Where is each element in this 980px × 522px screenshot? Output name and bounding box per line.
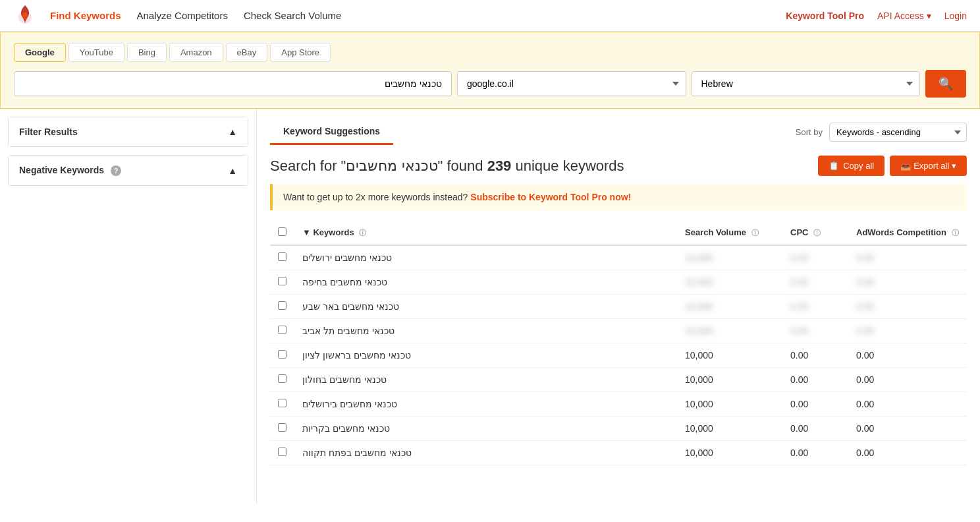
search-input[interactable] — [14, 71, 452, 96]
results-actions: 📋 Copy all 📤 Export all ▾ — [818, 156, 967, 176]
table-row: טכנאי מחשבים בחיפה 10,000 0.00 0.00 — [270, 270, 967, 295]
sort-label: Sort by — [796, 127, 823, 137]
row-checkbox-3[interactable] — [278, 326, 286, 334]
promo-link[interactable]: Subscribe to Keyword Tool Pro now! — [470, 192, 631, 202]
search-button[interactable]: 🔍 — [925, 70, 966, 98]
content-wrapper: ▼ Keywords ⓘ Search Volume ⓘ CPC ⓘ AdWor… — [270, 221, 967, 465]
logo[interactable] — [13, 3, 40, 29]
nav-check-search-volume[interactable]: Check Search Volume — [244, 10, 341, 21]
results-title: Search for "טכנאי מחשבים" found 239 uniq… — [270, 158, 624, 175]
row-checkbox-5[interactable] — [278, 374, 286, 383]
adwords-cell: 0.00 — [848, 319, 967, 343]
cpc-value: 0.00 — [790, 448, 808, 458]
keyword-text: טכנאי מחשבים ירושלים — [302, 252, 392, 263]
export-all-button[interactable]: 📤 Export all ▾ — [890, 156, 967, 176]
search-volume-value: 10,000 — [685, 399, 713, 409]
adwords-value: 0.00 — [856, 301, 874, 312]
row-checkbox-4[interactable] — [278, 350, 286, 359]
tab-ebay[interactable]: eBay — [226, 43, 268, 62]
row-checkbox-cell — [270, 319, 294, 343]
keyword-text: טכנאי מחשבים בחולון — [302, 374, 387, 385]
row-checkbox-6[interactable] — [278, 399, 286, 407]
results-count: 239 — [487, 158, 512, 174]
adwords-cell: 0.00 — [848, 343, 967, 368]
top-nav: Find Keywords Analyze Competitors Check … — [0, 0, 980, 32]
sort-row: Sort by Keywords - ascending Keywords - … — [796, 123, 967, 142]
adwords-value: 0.00 — [856, 374, 874, 385]
nav-find-keywords[interactable]: Find Keywords — [50, 10, 121, 21]
tab-keyword-suggestions[interactable]: Keyword Suggestions — [270, 119, 393, 145]
tab-google[interactable]: Google — [14, 43, 66, 62]
tab-youtube[interactable]: YouTube — [68, 43, 124, 62]
search-volume-cell: 10,000 — [677, 368, 782, 392]
adwords-value: 0.00 — [856, 448, 874, 458]
promo-banner: Want to get up to 2x more keywords inste… — [270, 184, 967, 210]
row-checkbox-cell — [270, 295, 294, 319]
adwords-cell: 0.00 — [848, 245, 967, 270]
keyword-text: טכנאי מחשבים בחיפה — [302, 277, 387, 287]
table-row: טכנאי מחשבים בירושלים 10,000 0.00 0.00 — [270, 392, 967, 417]
nav-api-access[interactable]: API Access ▾ — [877, 11, 931, 21]
content-tabs: Keyword Suggestions — [270, 119, 393, 145]
adwords-value: 0.00 — [856, 399, 874, 409]
cpc-value: 0.00 — [790, 374, 808, 385]
row-checkbox-0[interactable] — [278, 252, 286, 261]
nav-analyze-competitors[interactable]: Analyze Competitors — [137, 10, 228, 21]
adwords-cell: 0.00 — [848, 417, 967, 441]
row-checkbox-8[interactable] — [278, 448, 286, 456]
negative-keywords-header[interactable]: Negative Keywords ? ▲ — [9, 156, 248, 185]
row-checkbox-1[interactable] — [278, 277, 286, 285]
cpc-value: 0.00 — [790, 301, 808, 312]
negative-keywords-info-icon[interactable]: ? — [111, 165, 121, 176]
search-volume-cell: 10,000 — [677, 417, 782, 441]
adwords-info-icon[interactable]: ⓘ — [952, 229, 959, 237]
table-header-row: ▼ Keywords ⓘ Search Volume ⓘ CPC ⓘ AdWor… — [270, 221, 967, 245]
search-volume-cell: 10,000 — [677, 295, 782, 319]
filter-results-chevron: ▲ — [228, 127, 237, 137]
filter-results-header[interactable]: Filter Results ▲ — [9, 117, 248, 146]
cpc-cell: 0.00 — [782, 368, 848, 392]
table-row: טכנאי מחשבים באר שבע 10,000 0.00 0.00 — [270, 295, 967, 319]
table-row: טכנאי מחשבים בפתח תקווה 10,000 0.00 0.00 — [270, 441, 967, 465]
search-volume-cell: 10,000 — [677, 343, 782, 368]
keywords-info-icon[interactable]: ⓘ — [359, 229, 366, 237]
search-volume-value: 10,000 — [685, 252, 713, 263]
content-area: Keyword Suggestions Sort by Keywords - a… — [257, 109, 980, 504]
search-volume-value: 10,000 — [685, 301, 713, 312]
export-icon: 📤 — [900, 161, 911, 171]
search-volume-value: 10,000 — [685, 423, 713, 434]
row-checkbox-7[interactable] — [278, 423, 286, 432]
negative-keywords-chevron: ▲ — [228, 165, 237, 176]
cpc-cell: 0.00 — [782, 245, 848, 270]
search-volume-info-icon[interactable]: ⓘ — [751, 229, 759, 237]
keyword-cell: טכנאי מחשבים בחיפה — [294, 270, 677, 295]
search-volume-value: 10,000 — [685, 448, 713, 458]
table-row: טכנאי מחשבים בקריות 10,000 0.00 0.00 — [270, 417, 967, 441]
row-checkbox-cell — [270, 270, 294, 295]
tab-app-store[interactable]: App Store — [270, 43, 331, 62]
cpc-value: 0.00 — [790, 326, 808, 336]
platform-tabs: Google YouTube Bing Amazon eBay App Stor… — [14, 43, 966, 62]
row-checkbox-2[interactable] — [278, 301, 286, 310]
table-row: טכנאי מחשבים בחולון 10,000 0.00 0.00 — [270, 368, 967, 392]
search-row: google.co.il google.com Hebrew English 🔍 — [14, 70, 966, 98]
col-header-keywords: ▼ Keywords ⓘ — [294, 221, 677, 245]
row-checkbox-cell — [270, 245, 294, 270]
sort-select[interactable]: Keywords - ascending Keywords - descendi… — [829, 123, 967, 142]
cpc-info-icon[interactable]: ⓘ — [813, 229, 821, 237]
language-select[interactable]: Hebrew English — [692, 71, 921, 96]
table-row: טכנאי מחשבים ירושלים 10,000 0.00 0.00 — [270, 245, 967, 270]
adwords-value: 0.00 — [856, 252, 874, 263]
row-checkbox-cell — [270, 441, 294, 465]
nav-login[interactable]: Login — [944, 11, 967, 21]
country-select[interactable]: google.co.il google.com — [457, 71, 686, 96]
nav-keyword-tool-pro[interactable]: Keyword Tool Pro — [786, 11, 864, 21]
tab-amazon[interactable]: Amazon — [169, 43, 223, 62]
negative-keywords-section: Negative Keywords ? ▲ — [8, 155, 248, 186]
copy-all-button[interactable]: 📋 Copy all — [818, 156, 885, 176]
select-all-checkbox[interactable] — [278, 227, 286, 236]
tab-bing[interactable]: Bing — [127, 43, 167, 62]
adwords-cell: 0.00 — [848, 295, 967, 319]
search-area: Google YouTube Bing Amazon eBay App Stor… — [0, 32, 980, 109]
keyword-cell: טכנאי מחשבים בפתח תקווה — [294, 441, 677, 465]
